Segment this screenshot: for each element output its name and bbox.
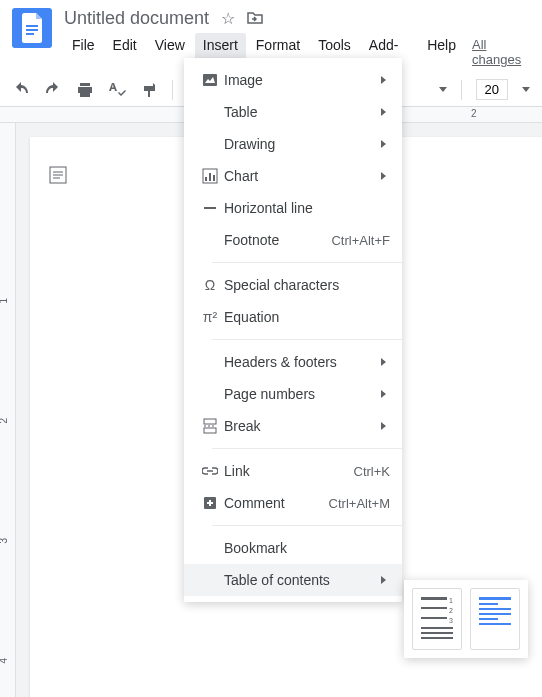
menu-label: Comment [224, 495, 329, 511]
shortcut-label: Ctrl+Alt+M [329, 496, 390, 511]
all-changes-link[interactable]: All changes [466, 33, 530, 73]
menu-label: Drawing [224, 136, 375, 152]
toc-option-numbered[interactable]: 1 2 3 [412, 588, 462, 650]
menu-divider [212, 262, 402, 263]
svg-rect-1 [26, 29, 38, 31]
menu-item-page-numbers[interactable]: Page numbers [184, 378, 402, 410]
menu-label: Image [224, 72, 375, 88]
menu-label: Table [224, 104, 375, 120]
chart-icon [196, 168, 224, 184]
menu-item-break[interactable]: Break [184, 410, 402, 442]
print-button[interactable] [76, 81, 94, 99]
menu-label: Table of contents [224, 572, 375, 588]
toolbar-separator [172, 80, 173, 100]
redo-button[interactable] [44, 81, 62, 99]
menu-label: Link [224, 463, 354, 479]
menu-label: Special characters [224, 277, 390, 293]
link-icon [196, 463, 224, 479]
menu-divider [212, 448, 402, 449]
submenu-arrow-icon [381, 576, 390, 584]
menu-item-footnote[interactable]: Footnote Ctrl+Alt+F [184, 224, 402, 256]
svg-rect-13 [204, 419, 216, 424]
docs-logo[interactable] [12, 8, 52, 48]
menu-item-special-characters[interactable]: Ω Special characters [184, 269, 402, 301]
submenu-arrow-icon [381, 358, 390, 366]
menu-divider [212, 525, 402, 526]
submenu-arrow-icon [381, 172, 390, 180]
menu-label: Break [224, 418, 375, 434]
star-icon[interactable]: ☆ [221, 9, 235, 28]
menu-file[interactable]: File [64, 33, 103, 73]
menu-help[interactable]: Help [419, 33, 464, 73]
menu-item-table-of-contents[interactable]: Table of contents [184, 564, 402, 596]
svg-rect-2 [26, 33, 34, 35]
svg-rect-0 [26, 25, 38, 27]
ruler-label: 4 [0, 658, 9, 664]
vertical-ruler[interactable]: 1 2 3 4 [0, 123, 16, 697]
paint-format-button[interactable] [140, 81, 158, 99]
menu-item-equation[interactable]: π² Equation [184, 301, 402, 333]
insert-menu-dropdown: Image Table Drawing Chart Horizontal lin… [184, 58, 402, 602]
image-icon [196, 72, 224, 88]
menu-divider [212, 339, 402, 340]
toc-submenu: 1 2 3 [404, 580, 528, 658]
menu-label: Bookmark [224, 540, 390, 556]
menu-label: Equation [224, 309, 390, 325]
menu-item-bookmark[interactable]: Bookmark [184, 532, 402, 564]
menu-label: Footnote [224, 232, 331, 248]
menu-label: Headers & footers [224, 354, 375, 370]
menu-item-comment[interactable]: Comment Ctrl+Alt+M [184, 487, 402, 519]
ruler-label: 1 [0, 298, 9, 304]
toc-option-links[interactable] [470, 588, 520, 650]
menu-item-headers-footers[interactable]: Headers & footers [184, 346, 402, 378]
submenu-arrow-icon [381, 422, 390, 430]
menu-item-link[interactable]: Link Ctrl+K [184, 455, 402, 487]
move-icon[interactable] [247, 10, 263, 28]
outline-icon[interactable] [48, 165, 68, 189]
ruler-label: 3 [0, 538, 9, 544]
dropdown-icon[interactable] [439, 87, 447, 96]
menu-item-drawing[interactable]: Drawing [184, 128, 402, 160]
svg-rect-10 [209, 173, 211, 181]
comment-icon [196, 495, 224, 511]
svg-rect-11 [213, 175, 215, 181]
font-size-input[interactable]: 20 [476, 79, 508, 100]
svg-rect-14 [204, 428, 216, 433]
shortcut-label: Ctrl+Alt+F [331, 233, 390, 248]
spellcheck-button[interactable] [108, 81, 126, 99]
menu-edit[interactable]: Edit [105, 33, 145, 73]
ruler-label: 2 [471, 108, 477, 119]
dropdown-icon[interactable] [522, 87, 530, 96]
pi-icon: π² [196, 309, 224, 325]
menu-item-image[interactable]: Image [184, 64, 402, 96]
ruler-label: 2 [0, 418, 9, 424]
menu-label: Page numbers [224, 386, 375, 402]
menu-label: Horizontal line [224, 200, 390, 216]
omega-icon: Ω [196, 277, 224, 293]
submenu-arrow-icon [381, 140, 390, 148]
break-icon [196, 418, 224, 434]
menu-item-horizontal-line[interactable]: Horizontal line [184, 192, 402, 224]
submenu-arrow-icon [381, 76, 390, 84]
svg-rect-9 [205, 177, 207, 181]
svg-rect-7 [203, 74, 217, 86]
horizontal-line-icon [196, 200, 224, 216]
toolbar-separator [461, 80, 462, 100]
menu-item-table[interactable]: Table [184, 96, 402, 128]
shortcut-label: Ctrl+K [354, 464, 390, 479]
submenu-arrow-icon [381, 390, 390, 398]
document-title[interactable]: Untitled document [64, 8, 209, 29]
submenu-arrow-icon [381, 108, 390, 116]
menu-label: Chart [224, 168, 375, 184]
undo-button[interactable] [12, 81, 30, 99]
menu-item-chart[interactable]: Chart [184, 160, 402, 192]
